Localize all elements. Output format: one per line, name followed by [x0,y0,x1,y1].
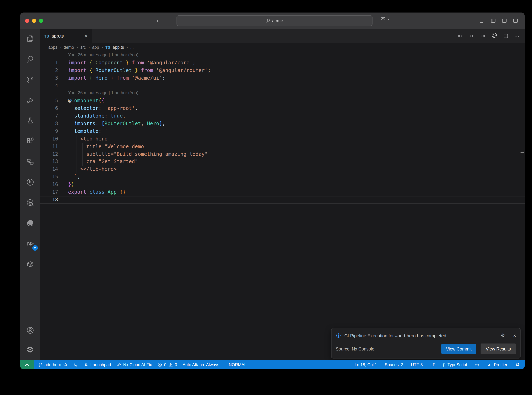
view-results-button[interactable]: View Results [481,344,516,354]
line-number: 17 [40,188,58,196]
line-number: 10 [40,135,58,143]
code-line: 7 standalone: true, [40,112,525,120]
activity-item-account[interactable] [20,323,40,338]
compare-changes-item[interactable] [73,362,78,367]
notification-toast: CI Pipeline Execution for #add-hero has … [331,328,521,358]
debug-icon [26,96,34,104]
extensions-icon [26,137,34,145]
source-control-icon [26,76,34,84]
encoding-item[interactable]: UTF-8 [411,362,423,367]
indentation-item[interactable]: Spaces: 2 [385,362,403,367]
edge-icon [26,219,34,227]
eol-item[interactable]: LF [430,362,435,367]
flow-icon [26,158,34,166]
prettier-item[interactable]: Prettier [487,362,507,367]
line-number: 8 [40,120,58,128]
blame-annotation: You, 26 minutes ago | 1 author (You) [40,89,525,97]
problems-item[interactable]: 0 0 [157,362,177,367]
copilot-status-item[interactable] [475,362,480,367]
close-tab-icon[interactable]: × [84,33,88,39]
warning-count: 0 [175,362,177,367]
activity-item-search[interactable] [20,51,40,67]
breadcrumb-item[interactable]: demo [64,45,74,50]
activity-item-explorer[interactable] [20,31,40,46]
language-item[interactable]: {} TypeScript [443,362,467,367]
activity-item-containers[interactable] [20,257,40,272]
chevron-right-icon: › [126,45,128,50]
run-through-icon[interactable] [468,33,474,39]
tab-app-ts[interactable]: TS app.ts × [40,29,92,43]
copilot-menu[interactable]: ∨ [380,15,390,22]
command-center-search[interactable]: acme [177,15,372,26]
activity-item-nx-project-graph[interactable] [20,175,40,190]
nx-cloud-ai-fix-item[interactable]: Nx Cloud AI Fix [117,362,152,367]
auto-attach-item[interactable]: Auto Attach: Always [183,362,219,367]
split-editor-icon[interactable] [503,33,509,39]
code-line: 13 cta="Get Started" [40,158,525,166]
code-line: 9 template: ` [40,128,525,135]
launchpad-label: Launchpad [90,362,111,367]
run-to-icon[interactable] [480,33,486,39]
breadcrumb-item[interactable]: src [80,45,86,50]
activity-item-nx-console[interactable]: N>2 [20,236,40,251]
code-line: 10 <lib-hero [40,135,525,143]
notifications-bell-item[interactable] [515,362,520,367]
line-number: 7 [40,112,58,120]
breadcrumb-item[interactable]: ... [130,45,134,50]
indent-guide [82,143,83,166]
activity-item-remote-flow[interactable] [20,154,40,169]
typescript-file-icon: TS [105,45,110,49]
forward-icon[interactable]: → [166,17,174,24]
notification-settings-icon[interactable]: ⚙ [500,332,505,339]
rocket-icon [84,362,89,367]
remote-indicator[interactable]: >< [20,360,34,369]
customize-layout-icon[interactable] [479,18,485,24]
chevron-down-icon: ∨ [387,17,390,20]
toggle-panel-icon[interactable] [501,18,507,24]
line-number: 3 [40,74,58,82]
chevron-right-icon: › [76,45,78,50]
close-window-button[interactable] [25,19,29,23]
braces-icon: {} [443,362,446,367]
code-line: 15 `, [40,173,525,181]
run-below-icon[interactable] [457,33,463,39]
minimize-window-button[interactable] [32,19,36,23]
activity-item-run-and-debug[interactable] [20,93,40,108]
launchpad-item[interactable]: Launchpad [84,362,111,367]
typescript-file-icon: TS [44,34,49,38]
breadcrumb-item[interactable]: apps [48,45,57,50]
more-actions-icon[interactable]: ⋯ [514,33,520,39]
warning-icon [168,362,173,367]
nx-project-graph-icon[interactable] [491,32,497,38]
nx-cloud-label: Nx Cloud AI Fix [123,362,152,367]
activity-item-extensions[interactable] [20,133,40,149]
close-icon[interactable]: × [513,333,516,338]
search-value: acme [272,18,283,23]
editor[interactable]: You, 26 minutes ago | 1 author (You)1imp… [40,51,525,360]
cursor-position-item[interactable]: Ln 18, Col 1 [355,362,377,367]
indent-guide [76,135,76,174]
activity-item-settings[interactable]: ⚙ [20,342,40,357]
breadcrumb-item[interactable]: app.ts [113,45,124,50]
blame-annotation: You, 26 minutes ago | 1 author (You) [40,51,525,59]
branch-name: add-hero [44,362,61,367]
activity-item-edge-tools[interactable] [20,216,40,231]
activity-item-nx-graph-search[interactable] [20,195,40,210]
line-number: 14 [40,166,58,173]
toggle-primary-sidebar-icon[interactable] [490,18,496,24]
graph-circle-icon [26,178,34,186]
chevron-right-icon: › [88,45,90,50]
code-line: 12 subtitle="Build something amazing tod… [40,150,525,158]
vscode-window: ← → acme ∨ N>2⚙ TS app.ts [20,12,525,369]
nx-console-badge: 2 [32,245,38,251]
code-line: 3import { Hero } from '@acme/ui'; [40,74,525,82]
code-line: 8 imports: [RouterOutlet, Hero], [40,120,525,128]
breadcrumb-item[interactable]: app [92,45,99,50]
view-commit-button[interactable]: View Commit [441,344,476,354]
toggle-secondary-sidebar-icon[interactable] [513,18,518,24]
back-icon[interactable]: ← [154,17,163,24]
branch-item[interactable]: add-hero [38,362,68,367]
activity-item-source-control[interactable] [20,72,40,87]
activity-item-testing[interactable] [20,113,40,128]
zoom-window-button[interactable] [39,19,43,23]
